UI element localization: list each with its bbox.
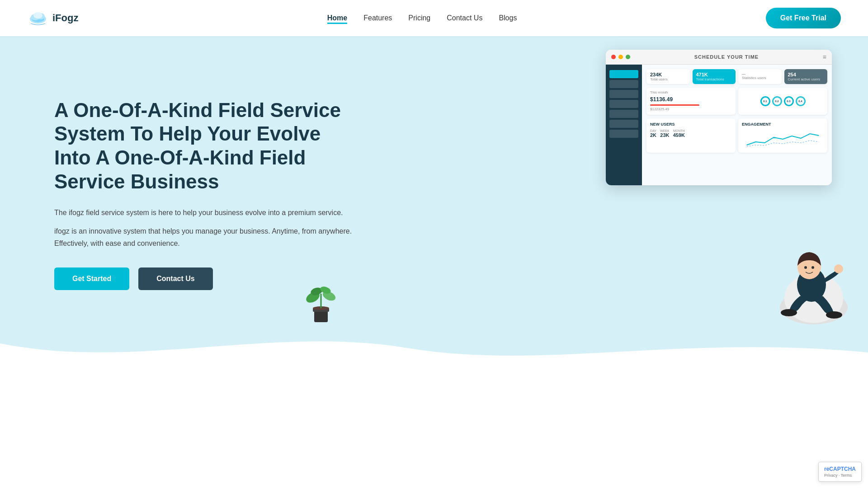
svg-point-21 <box>811 266 814 269</box>
sidebar-item-4 <box>609 100 638 108</box>
svg-point-4 <box>33 12 42 19</box>
new-users-row: DAY 2K WEEK 23K MONTH 459K <box>650 129 732 138</box>
wave-section <box>0 325 868 380</box>
nav-pricing[interactable]: Pricing <box>408 14 430 22</box>
engagement-title: ENGAGEMENT <box>742 122 824 127</box>
stat-active-users: 254 Current active users <box>784 69 828 84</box>
sidebar-item-6 <box>609 120 638 128</box>
stat-statistics: — Statistics users <box>738 69 782 84</box>
new-users-title: NEW USERS <box>650 122 732 127</box>
dot-yellow <box>618 55 623 59</box>
dashboard-mockup: SCHEDULE YOUR Time ≡ 234K Total users <box>606 50 832 185</box>
circles-wrap: 0.1 0.2 0.3 0.4 <box>760 96 806 106</box>
mid-card-financial: This month $1136.49 $122325.49 <box>646 88 736 115</box>
nav-blogs[interactable]: Blogs <box>499 14 517 22</box>
person-illustration <box>764 208 854 325</box>
new-users-card: NEW USERS DAY 2K WEEK 23K MONTH <box>646 118 736 153</box>
logo[interactable]: iFogz <box>27 9 78 27</box>
stat-num-tx: 471K <box>696 72 732 77</box>
hero-desc1: The ifogz field service system is here t… <box>54 206 362 219</box>
plant-illustration <box>303 280 339 325</box>
sidebar-item-1 <box>609 70 638 78</box>
dash-sidebar <box>606 65 642 185</box>
engagement-chart <box>742 129 824 147</box>
user-stat-month: MONTH 459K <box>673 129 685 138</box>
circle-1: 0.1 <box>760 96 770 106</box>
stat-total-users: 234K Total users <box>646 69 690 84</box>
hero-content: A One-Of-A-Kind Field Service System To … <box>54 99 362 291</box>
sidebar-item-2 <box>609 80 638 88</box>
dash-title: SCHEDULE YOUR Time <box>633 54 820 60</box>
contact-us-button[interactable]: Contact Us <box>138 267 212 290</box>
sidebar-item-5 <box>609 110 638 118</box>
hero-desc2: ifogz is an innovative system that helps… <box>54 225 362 249</box>
dot-green <box>626 55 630 59</box>
user-stat-day: DAY 2K <box>650 129 656 138</box>
stat-num-active: 254 <box>788 72 824 77</box>
stat-num-stat: — <box>742 72 778 76</box>
mid-row: This month $1136.49 $122325.49 0.1 0.2 0… <box>646 88 827 115</box>
navbar: iFogz Home Features Pricing Contact Us B… <box>0 0 868 36</box>
circle-3: 0.3 <box>784 96 794 106</box>
circle-4: 0.4 <box>796 96 806 106</box>
mid-card-circles: 0.1 0.2 0.3 0.4 <box>738 88 827 115</box>
stat-lbl-users: Total users <box>650 77 686 81</box>
svg-point-16 <box>781 309 797 316</box>
dash-header: SCHEDULE YOUR Time ≡ <box>606 50 832 65</box>
mid-bar-red <box>650 104 699 106</box>
hero-section: A One-Of-A-Kind Field Service System To … <box>0 36 868 325</box>
stat-transactions: 471K Total transactions <box>693 69 736 84</box>
hero-title: A One-Of-A-Kind Field Service System To … <box>54 99 362 194</box>
get-started-button[interactable]: Get Started <box>54 267 129 290</box>
sidebar-item-7 <box>609 130 638 138</box>
stat-lbl-stat: Statistics users <box>742 76 778 80</box>
engagement-card: ENGAGEMENT <box>738 118 827 153</box>
svg-point-18 <box>834 264 843 273</box>
user-stat-week: WEEK 23K <box>660 129 670 138</box>
dash-main: 234K Total users 471K Total transactions… <box>642 65 832 185</box>
svg-point-17 <box>826 311 842 319</box>
logo-icon <box>27 9 49 27</box>
get-free-trial-button[interactable]: Get Free Trial <box>766 8 841 28</box>
mid-this-month-lbl: This month <box>650 90 732 94</box>
svg-point-20 <box>804 266 807 269</box>
nav-contact[interactable]: Contact Us <box>447 14 482 22</box>
wave-svg <box>0 325 868 380</box>
stat-lbl-active: Current active users <box>788 77 824 81</box>
mid-val2: $122325.49 <box>650 107 732 111</box>
dot-red <box>611 55 616 59</box>
sidebar-item-3 <box>609 90 638 98</box>
circle-2: 0.2 <box>772 96 782 106</box>
nav-home[interactable]: Home <box>327 14 347 24</box>
nav-links: Home Features Pricing Contact Us Blogs <box>327 14 517 22</box>
dash-body: 234K Total users 471K Total transactions… <box>606 65 832 185</box>
dash-menu-icon: ≡ <box>823 53 826 61</box>
logo-text: iFogz <box>52 12 78 24</box>
mid-val1: $1136.49 <box>650 96 732 103</box>
stats-row: 234K Total users 471K Total transactions… <box>646 69 827 84</box>
stat-num-users: 234K <box>650 72 686 77</box>
bottom-row: NEW USERS DAY 2K WEEK 23K MONTH <box>646 118 827 153</box>
stat-lbl-tx: Total transactions <box>696 77 732 81</box>
nav-features[interactable]: Features <box>363 14 392 22</box>
